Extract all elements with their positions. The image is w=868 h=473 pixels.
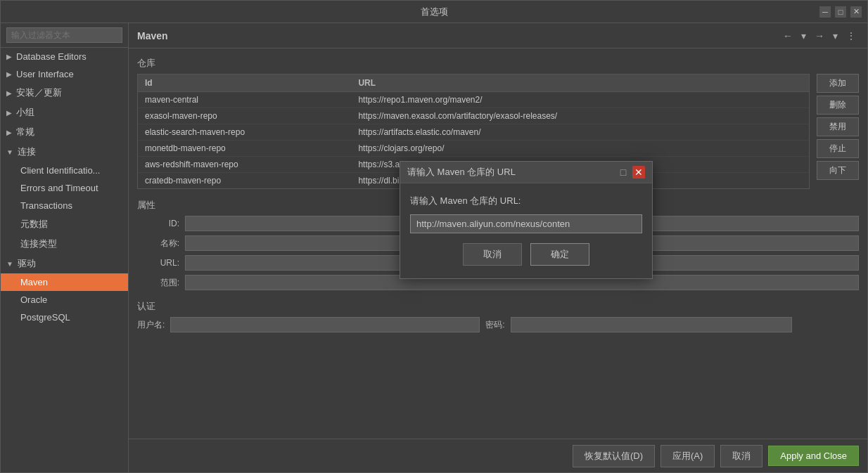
sidebar-item-errors-timeout[interactable]: Errors and Timeout	[1, 179, 128, 197]
expand-arrow-icon: ▼	[6, 260, 13, 268]
main-content: ▶ Database Editors ▶ User Interface ▶ 安装…	[1, 23, 867, 472]
dialog-overlay: 请输入 Maven 仓库的 URL □ ✕ 请输入 Maven 仓库的 URL:…	[129, 23, 867, 472]
dialog-url-input[interactable]	[410, 214, 642, 233]
window-title: 首选项	[421, 6, 448, 18]
arrow-icon: ▶	[6, 89, 12, 97]
dialog-footer: 取消 确定	[410, 243, 642, 268]
dialog-body: 请输入 Maven 仓库的 URL: 取消 确定	[400, 183, 652, 278]
right-panel: Maven ← ▾ → ▾ ⋮ 仓库	[129, 23, 867, 472]
sidebar-item-postgresql[interactable]: PostgreSQL	[1, 309, 128, 326]
sidebar-item-groups[interactable]: ▶ 小组	[1, 103, 128, 122]
title-bar: 首选项 ─ □ ✕	[1, 1, 867, 23]
sidebar-item-maven[interactable]: Maven	[1, 273, 128, 291]
sidebar-filter-input[interactable]	[6, 27, 122, 43]
sidebar-item-transactions[interactable]: Transactions	[1, 197, 128, 214]
sidebar-item-oracle[interactable]: Oracle	[1, 291, 128, 309]
dialog-minimize-button[interactable]: □	[617, 166, 630, 179]
arrow-icon: ▶	[6, 53, 12, 60]
dialog-controls: □ ✕	[617, 166, 645, 179]
sidebar-item-metadata[interactable]: 元数据	[1, 214, 128, 234]
minimize-button[interactable]: ─	[819, 6, 831, 18]
dialog: 请输入 Maven 仓库的 URL □ ✕ 请输入 Maven 仓库的 URL:…	[400, 161, 653, 279]
sidebar-item-general[interactable]: ▶ 常规	[1, 122, 128, 142]
sidebar-item-client-identification[interactable]: Client Identificatio...	[1, 162, 128, 179]
sidebar-item-driver[interactable]: ▼ 驱动	[1, 254, 128, 273]
sidebar: ▶ Database Editors ▶ User Interface ▶ 安装…	[1, 23, 129, 472]
close-button[interactable]: ✕	[850, 6, 862, 18]
arrow-icon: ▶	[6, 129, 12, 136]
dialog-cancel-button[interactable]: 取消	[463, 243, 522, 266]
window-controls: ─ □ ✕	[819, 6, 862, 18]
dialog-titlebar: 请输入 Maven 仓库的 URL □ ✕	[400, 162, 652, 183]
dialog-title: 请输入 Maven 仓库的 URL	[407, 166, 516, 179]
arrow-icon: ▶	[6, 70, 12, 78]
dialog-confirm-button[interactable]: 确定	[530, 243, 589, 266]
dialog-input-label: 请输入 Maven 仓库的 URL:	[410, 195, 642, 207]
preferences-window: 首选项 ─ □ ✕ ▶ Database Editors ▶ User Inte…	[0, 0, 868, 473]
sidebar-item-connection[interactable]: ▼ 连接	[1, 142, 128, 162]
arrow-icon: ▶	[6, 109, 12, 117]
sidebar-item-connection-type[interactable]: 连接类型	[1, 234, 128, 254]
dialog-close-button[interactable]: ✕	[632, 166, 645, 179]
expand-arrow-icon: ▼	[6, 148, 13, 156]
sidebar-item-user-interface[interactable]: ▶ User Interface	[1, 65, 128, 83]
sidebar-item-database-editors[interactable]: ▶ Database Editors	[1, 48, 128, 65]
sidebar-filter-area	[1, 23, 128, 48]
maximize-button[interactable]: □	[835, 6, 846, 18]
sidebar-item-install-update[interactable]: ▶ 安装／更新	[1, 83, 128, 103]
